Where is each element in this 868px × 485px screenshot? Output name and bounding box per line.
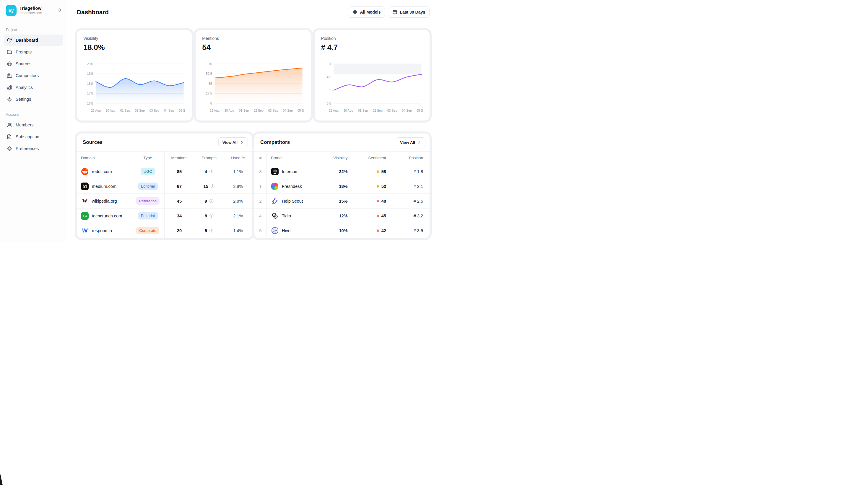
competitors-view-all-label: View All xyxy=(400,140,415,145)
svg-text:01 Sep: 01 Sep xyxy=(358,109,368,112)
used-percent-cell: 2.1% xyxy=(224,208,252,223)
all-models-button[interactable]: All Models xyxy=(348,6,385,18)
info-icon[interactable] xyxy=(210,184,215,189)
used-percent-cell: 1.1% xyxy=(224,164,252,179)
sidebar-item-sources[interactable]: Sources xyxy=(4,58,63,69)
pie-chart-icon xyxy=(7,37,12,43)
folder-icon xyxy=(7,49,12,55)
used-percent-cell: 1.4% xyxy=(224,223,252,238)
date-range-label: Last 30 Days xyxy=(400,10,425,14)
prompts-cell: 5 xyxy=(194,223,224,238)
table-row: 5Hiver10%42# 3.5 xyxy=(254,223,430,238)
competitors-title: Competitors xyxy=(260,139,290,145)
hiver-logo-icon xyxy=(271,227,279,234)
type-cell: Editorial xyxy=(131,179,164,194)
sidebar-nav: ProjectDashboardPromptsSourcesCompetitor… xyxy=(0,21,67,155)
mentions-cell: 45 xyxy=(164,194,194,208)
globe-icon xyxy=(7,61,12,66)
svg-text:02 Sep: 02 Sep xyxy=(373,109,382,112)
all-models-label: All Models xyxy=(360,10,380,14)
workspace-switch-button[interactable] xyxy=(56,6,63,14)
svg-text:17.5: 17.5 xyxy=(206,92,212,95)
brand-cell[interactable]: Hiver xyxy=(267,223,321,238)
competitors-panel: Competitors View All #BrandVisibilitySen… xyxy=(254,133,430,238)
app-root: Triageflow triageflow.com ProjectDashboa… xyxy=(0,0,434,243)
workspace-domain: triageflow.com xyxy=(20,11,42,15)
info-icon[interactable] xyxy=(209,199,214,203)
domain-cell[interactable]: Mmedium.com xyxy=(77,179,131,194)
visibility-chart: 20%19%18%17%16%28 Aug30 Aug01 Sep02 Sep0… xyxy=(83,60,185,118)
svg-text:04 Sep: 04 Sep xyxy=(402,109,412,112)
sentiment-value: 58 xyxy=(381,169,386,174)
column-header-mentions: Mentions xyxy=(164,152,194,164)
svg-text:17%: 17% xyxy=(87,92,94,95)
domain-cell[interactable]: reddit.com xyxy=(77,164,131,179)
domain-name: reddit.com xyxy=(92,169,112,174)
svg-text:03 Sep: 03 Sep xyxy=(268,109,278,112)
prompts-cell: 8 xyxy=(194,208,224,223)
metric-value: 18.0% xyxy=(83,43,185,52)
svg-text:30 Aug: 30 Aug xyxy=(224,109,234,112)
column-header-brand: Brand xyxy=(267,152,321,164)
table-row: Wwikipedia.orgReference4592.8% xyxy=(77,194,252,208)
brand-cell[interactable]: Help Scout xyxy=(267,194,321,208)
svg-text:0: 0 xyxy=(210,102,212,105)
sidebar-item-dashboard[interactable]: Dashboard xyxy=(4,35,63,46)
table-row: Mmedium.comEditorial67153.8% xyxy=(77,179,252,194)
svg-text:01 Sep: 01 Sep xyxy=(239,109,249,112)
mentions-cell: 20 xyxy=(164,223,194,238)
type-cell: Corporate xyxy=(131,223,164,238)
workspace-meta: Triageflow triageflow.com xyxy=(20,6,42,15)
used-percent-cell: 2.8% xyxy=(224,194,252,208)
metric-card-position: Position# 4.744.555.528 Aug30 Aug01 Sep0… xyxy=(315,30,430,121)
domain-name: respond.io xyxy=(92,228,112,233)
mentions-line-chart: 7052.53517.5028 Aug30 Aug01 Sep02 Sep03 … xyxy=(202,60,304,118)
svg-text:01 Sep: 01 Sep xyxy=(120,109,130,112)
domain-name: medium.com xyxy=(92,184,116,189)
sidebar-item-settings[interactable]: Settings xyxy=(4,94,63,105)
metric-label: Position xyxy=(321,36,423,41)
domain-cell[interactable]: respond.io xyxy=(77,223,131,238)
bar-chart-icon xyxy=(7,85,12,90)
type-badge: Editorial xyxy=(138,212,158,220)
svg-text:35: 35 xyxy=(209,82,212,85)
column-header-position: Position xyxy=(393,152,430,164)
mentions-cell: 85 xyxy=(164,164,194,179)
table-row: 2Help Scout15%48# 2.5 xyxy=(254,194,430,208)
metric-value: # 4.7 xyxy=(321,43,423,52)
domain-cell[interactable]: TCtechcrunch.com xyxy=(77,208,131,223)
domain-cell[interactable]: Wwikipedia.org xyxy=(77,194,131,208)
sidebar-item-label: Competitors xyxy=(16,73,39,78)
bottom-panels: Sources View All DomainTypeMentionsPromp… xyxy=(77,133,430,238)
info-icon[interactable] xyxy=(209,169,214,174)
sidebar-item-members[interactable]: Members xyxy=(4,119,63,131)
freshdesk-logo-icon xyxy=(271,183,279,190)
date-range-button[interactable]: Last 30 Days xyxy=(388,6,430,18)
svg-text:28 Aug: 28 Aug xyxy=(329,109,339,112)
column-header-domain: Domain xyxy=(77,152,131,164)
info-icon[interactable] xyxy=(209,228,214,233)
svg-text:05 Sep: 05 Sep xyxy=(298,109,304,112)
sidebar-item-preferences[interactable]: Preferences xyxy=(4,143,63,154)
workspace-switcher[interactable]: Triageflow triageflow.com xyxy=(0,0,67,21)
competitors-view-all-button[interactable]: View All xyxy=(396,137,426,148)
sources-view-all-button[interactable]: View All xyxy=(218,137,248,148)
building-icon xyxy=(7,73,12,78)
sidebar-item-competitors[interactable]: Competitors xyxy=(4,70,63,81)
brand-cell[interactable]: Tidio xyxy=(267,208,321,223)
gear-icon xyxy=(7,97,12,102)
brand-cell[interactable]: Freshdesk xyxy=(267,179,321,194)
page-title: Dashboard xyxy=(77,8,109,15)
info-icon[interactable] xyxy=(209,214,214,218)
sidebar-item-subscription[interactable]: Subscription xyxy=(4,131,63,142)
metric-card-mentions: Mentions547052.53517.5028 Aug30 Aug01 Se… xyxy=(195,30,311,121)
table-row: 3Intercom22%58# 1.8 xyxy=(254,164,430,179)
sidebar-item-analytics[interactable]: Analytics xyxy=(4,82,63,93)
column-header-type: Type xyxy=(131,152,164,164)
brand-name: Help Scout xyxy=(282,199,303,203)
brand-name: Hiver xyxy=(282,228,292,233)
brand-cell[interactable]: Intercom xyxy=(267,164,321,179)
brand-name: Tidio xyxy=(282,214,291,218)
mentions-cell: 34 xyxy=(164,208,194,223)
sidebar-item-prompts[interactable]: Prompts xyxy=(4,46,63,58)
